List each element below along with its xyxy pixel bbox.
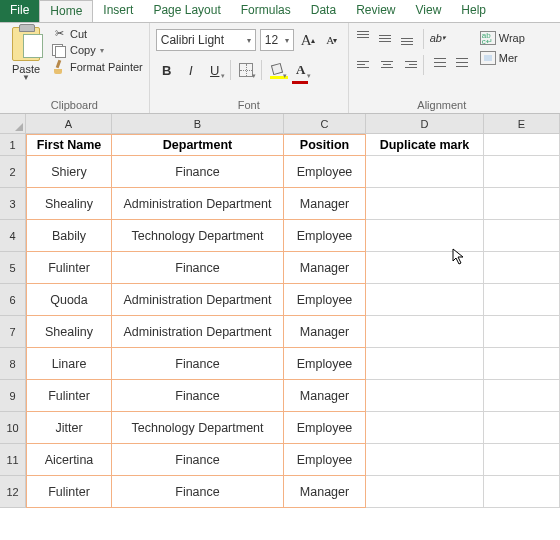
cell[interactable]: Employee (284, 348, 366, 380)
cell[interactable] (484, 444, 560, 476)
col-header[interactable]: D (366, 114, 484, 134)
cell[interactable]: Jitter (26, 412, 112, 444)
cell[interactable]: Finance (112, 252, 284, 284)
cell[interactable] (366, 380, 484, 412)
row-header[interactable]: 7 (0, 316, 26, 348)
copy-button[interactable]: Copy ▾ (52, 44, 143, 56)
cell[interactable]: Fulinter (26, 252, 112, 284)
cell[interactable]: Finance (112, 476, 284, 508)
tab-file[interactable]: File (0, 0, 39, 22)
cell[interactable] (484, 284, 560, 316)
col-header[interactable]: A (26, 114, 112, 134)
cell[interactable]: Finance (112, 444, 284, 476)
cell[interactable] (484, 188, 560, 220)
cell[interactable]: Finance (112, 156, 284, 188)
select-all-button[interactable] (0, 114, 26, 134)
cell[interactable] (366, 316, 484, 348)
row-header[interactable]: 10 (0, 412, 26, 444)
cell[interactable] (366, 188, 484, 220)
row-header[interactable]: 4 (0, 220, 26, 252)
cell[interactable] (366, 252, 484, 284)
font-name-combo[interactable]: Calibri Light ▾ (156, 29, 256, 51)
cell[interactable]: Administration Department (112, 284, 284, 316)
cell[interactable]: Finance (112, 348, 284, 380)
cell[interactable] (366, 444, 484, 476)
cell[interactable]: Shiery (26, 156, 112, 188)
cell[interactable]: Administration Department (112, 316, 284, 348)
paste-button[interactable]: Paste ▼ (6, 25, 46, 82)
row-header[interactable]: 2 (0, 156, 26, 188)
decrease-indent-button[interactable] (428, 55, 448, 73)
cell[interactable] (484, 252, 560, 284)
cell[interactable]: Babily (26, 220, 112, 252)
align-center-button[interactable] (377, 55, 397, 73)
worksheet[interactable]: 1 2 3 4 5 6 7 8 9 10 11 12 A B C D E Fir… (0, 114, 560, 508)
cell[interactable] (484, 316, 560, 348)
row-header[interactable]: 6 (0, 284, 26, 316)
row-header[interactable]: 12 (0, 476, 26, 508)
tab-insert[interactable]: Insert (93, 0, 143, 22)
cell[interactable]: Manager (284, 316, 366, 348)
cell[interactable] (366, 284, 484, 316)
format-painter-button[interactable]: Format Painter (52, 60, 143, 74)
cell[interactable]: Technology Department (112, 220, 284, 252)
cell[interactable]: Manager (284, 252, 366, 284)
bold-button[interactable]: B (156, 59, 178, 81)
cell[interactable] (366, 220, 484, 252)
tab-home[interactable]: Home (39, 0, 93, 22)
cell[interactable]: Manager (284, 188, 366, 220)
merge-center-button[interactable]: Mer (476, 49, 529, 67)
cell[interactable] (484, 134, 560, 156)
fill-color-button[interactable]: ▾ (266, 59, 288, 81)
cell[interactable] (366, 412, 484, 444)
tab-formulas[interactable]: Formulas (231, 0, 301, 22)
decrease-font-button[interactable]: A▾ (322, 29, 342, 51)
cell[interactable]: Manager (284, 380, 366, 412)
cell[interactable]: Fulinter (26, 380, 112, 412)
font-size-combo[interactable]: 12 ▾ (260, 29, 294, 51)
align-right-button[interactable] (399, 55, 419, 73)
wrap-text-button[interactable]: abc↵ Wrap (476, 29, 529, 47)
cell[interactable]: Employee (284, 220, 366, 252)
cell[interactable]: Quoda (26, 284, 112, 316)
col-header[interactable]: E (484, 114, 560, 134)
cell[interactable] (366, 156, 484, 188)
increase-font-button[interactable]: A▴ (298, 29, 318, 51)
cell[interactable]: Aicertina (26, 444, 112, 476)
cell[interactable]: Shealiny (26, 188, 112, 220)
font-color-button[interactable]: A▾ (290, 59, 312, 81)
cell[interactable]: Employee (284, 284, 366, 316)
cell[interactable] (366, 476, 484, 508)
col-header[interactable]: C (284, 114, 366, 134)
increase-indent-button[interactable] (450, 55, 470, 73)
tab-review[interactable]: Review (346, 0, 405, 22)
row-header[interactable]: 1 (0, 134, 26, 156)
tab-view[interactable]: View (406, 0, 452, 22)
cell[interactable] (484, 220, 560, 252)
cell[interactable]: First Name (26, 134, 112, 156)
cell[interactable]: Employee (284, 412, 366, 444)
cell[interactable]: Manager (284, 476, 366, 508)
cell[interactable]: Department (112, 134, 284, 156)
cell[interactable] (484, 476, 560, 508)
italic-button[interactable]: I (180, 59, 202, 81)
align-top-button[interactable] (355, 29, 375, 47)
row-header[interactable]: 11 (0, 444, 26, 476)
row-header[interactable]: 5 (0, 252, 26, 284)
cell[interactable]: Fulinter (26, 476, 112, 508)
align-left-button[interactable] (355, 55, 375, 73)
cell[interactable]: Technology Department (112, 412, 284, 444)
cell[interactable]: Linare (26, 348, 112, 380)
cell[interactable] (484, 380, 560, 412)
cell[interactable] (484, 412, 560, 444)
cell[interactable] (484, 348, 560, 380)
row-header[interactable]: 8 (0, 348, 26, 380)
borders-button[interactable]: ▾ (235, 59, 257, 81)
cell[interactable]: Shealiny (26, 316, 112, 348)
cell[interactable]: Administration Department (112, 188, 284, 220)
align-bottom-button[interactable] (399, 29, 419, 47)
cell[interactable] (484, 156, 560, 188)
orientation-button[interactable]: ab▾ (428, 29, 448, 47)
underline-button[interactable]: U▾ (204, 59, 226, 81)
col-header[interactable]: B (112, 114, 284, 134)
